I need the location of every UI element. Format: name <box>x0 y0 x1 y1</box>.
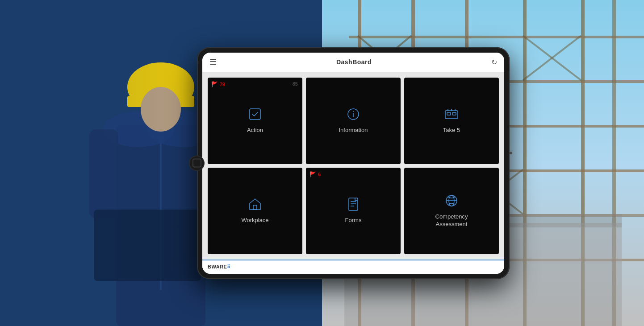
competency-label: Competency Assessment <box>435 213 468 228</box>
forms-icon <box>346 197 360 213</box>
tile-forms[interactable]: 🚩 6 Forms <box>306 168 401 254</box>
bware-logo: BWARE⠿ <box>208 264 231 270</box>
logo-dots: ⠿ <box>227 264 231 269</box>
svg-point-40 <box>353 111 354 112</box>
action-icon <box>248 107 262 123</box>
tablet-header: ☰ DashBoard ↻ <box>202 53 504 72</box>
tablet-screen: ☰ DashBoard ↻ 🚩 79 85 <box>202 53 504 274</box>
tile-take5[interactable]: Take 5 <box>404 78 499 164</box>
forms-count: 6 <box>318 172 321 177</box>
menu-icon[interactable]: ☰ <box>209 57 217 67</box>
tablet-home-button[interactable] <box>189 155 205 171</box>
information-icon <box>346 107 360 123</box>
take5-icon <box>444 107 459 123</box>
workplace-icon <box>248 197 262 213</box>
tile-workplace[interactable]: Workplace <box>208 168 302 254</box>
action-label: Action <box>247 127 263 134</box>
svg-rect-46 <box>452 112 456 115</box>
tablet-body: ☰ DashBoard ↻ 🚩 79 85 <box>197 47 510 279</box>
tablet-footer: BWARE⠿ <box>202 260 504 274</box>
competency-icon <box>444 194 459 210</box>
logo-text: BWARE <box>208 264 227 269</box>
svg-rect-19 <box>349 36 644 38</box>
dashboard-grid: 🚩 79 85 Action <box>202 72 504 260</box>
svg-rect-47 <box>253 205 257 210</box>
tile-information[interactable]: Information <box>306 78 401 164</box>
flag-icon: 🚩 <box>211 81 218 87</box>
forms-flag-icon: 🚩 <box>309 171 316 177</box>
svg-rect-37 <box>250 109 260 120</box>
tile-action[interactable]: 🚩 79 85 Action <box>208 78 302 164</box>
header-title: DashBoard <box>336 58 372 66</box>
refresh-icon[interactable]: ↻ <box>491 58 497 66</box>
workplace-label: Workplace <box>241 217 268 224</box>
svg-rect-45 <box>447 112 451 115</box>
take5-label: Take 5 <box>443 127 460 134</box>
tile-competency[interactable]: Competency Assessment <box>404 168 499 254</box>
forms-label: Forms <box>345 217 362 224</box>
action-badge-left: 🚩 79 <box>211 81 225 87</box>
action-badge-right: 85 <box>293 81 298 87</box>
home-button-inner <box>192 159 201 168</box>
forms-badge-left: 🚩 6 <box>309 171 321 177</box>
action-count: 79 <box>220 82 225 87</box>
tablet-camera <box>510 152 512 154</box>
svg-rect-48 <box>349 198 358 210</box>
information-label: Information <box>339 127 368 134</box>
tablet-device: ☰ DashBoard ↻ 🚩 79 85 <box>197 47 510 279</box>
